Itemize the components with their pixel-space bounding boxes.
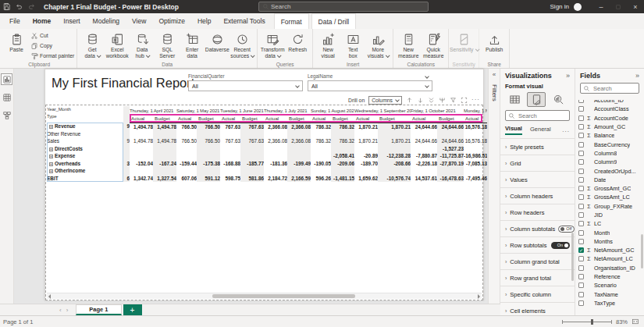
fields-search-input[interactable] (592, 84, 636, 93)
format-section-column-grand-total[interactable]: ›Column grand total (500, 254, 575, 270)
matrix-date-header[interactable]: Tuesday, 1 June 2021 (220, 106, 264, 115)
tab-general[interactable]: General (530, 126, 551, 134)
matrix-cell[interactable]: 767.63 (220, 123, 240, 130)
matrix-cell[interactable]: -190.05 (311, 160, 331, 168)
toggle-off[interactable]: Off (558, 226, 574, 233)
matrix-cell[interactable] (240, 130, 264, 138)
more-options-icon[interactable]: ... (562, 126, 570, 133)
matrix-cell[interactable] (331, 130, 354, 138)
matrix-cell[interactable]: -10,576.74 (378, 175, 411, 183)
field-item-createdorupd-[interactable]: CreatedOrUpd... (575, 166, 644, 175)
matrix-cell[interactable] (220, 130, 240, 138)
matrix-cell[interactable]: 2,184.72 (264, 175, 287, 183)
format-section-values[interactable]: ›Values (500, 172, 575, 188)
field-item-taxtype[interactable]: TaxType (575, 299, 644, 307)
matrix-cell[interactable]: 598.75 (220, 175, 240, 183)
matrix-cell[interactable] (378, 130, 411, 138)
format-section-column-subtotals[interactable]: ›Column subtotalsOff (500, 221, 575, 237)
matrix-cell[interactable] (437, 130, 464, 138)
matrix-cell[interactable]: 1,494.78 (153, 123, 176, 130)
scroll-left-icon[interactable] (48, 294, 51, 299)
matrix-cell[interactable]: 591.12 (197, 175, 220, 183)
matrix-cell[interactable]: 2,366.08 (287, 123, 311, 130)
field-checkbox[interactable] (578, 159, 584, 165)
matrix-cell[interactable]: -181.36 (264, 160, 287, 168)
matrix-cell[interactable] (197, 167, 220, 175)
field-item-netamount-lc[interactable]: ΣNetAmount_LC (575, 254, 644, 263)
matrix-row[interactable]: EBIT61,342.741,327.54607.06591.12598.755… (47, 175, 487, 183)
matrix-cell[interactable]: -1,527.23 (437, 145, 464, 153)
field-item-taxname[interactable]: TaxName (575, 290, 644, 299)
matrix-subheader-actual[interactable]: Actual (264, 115, 287, 123)
matrix-cell[interactable]: -208.66 (378, 160, 411, 168)
new-measure-button[interactable]: Newmeasure (397, 30, 420, 59)
collapse-pane-icon[interactable]: » (566, 72, 570, 80)
titlebar-search-input[interactable] (269, 2, 425, 11)
format-section-row-subtotals[interactable]: ›Row subtotalsOn (500, 237, 575, 254)
model-view-icon[interactable] (1, 109, 12, 121)
matrix-cell[interactable]: 1,659.62 (354, 175, 378, 183)
avatar[interactable] (574, 3, 582, 11)
field-checkbox[interactable] (578, 204, 584, 209)
matrix-cell[interactable]: 596.26 (311, 175, 331, 183)
matrix-cell[interactable]: -159.44 (176, 160, 197, 168)
field-item-date[interactable]: Date (575, 176, 644, 184)
menu-file[interactable]: File (3, 13, 27, 29)
matrix-cell[interactable] (311, 167, 331, 175)
matrix-subheader-actual[interactable]: Actual (130, 115, 153, 123)
matrix-cell[interactable] (287, 130, 311, 138)
format-section-column-headers[interactable]: ›Column headers (500, 188, 575, 204)
menu-format[interactable]: Format (274, 13, 309, 29)
matrix-row[interactable]: +DirectCosts-1,527.23 (47, 145, 487, 153)
matrix-cell[interactable] (153, 130, 176, 138)
matrix-cell[interactable]: -2,226.18 (411, 160, 437, 168)
format-section-row-grand-total[interactable]: ›Row grand total (500, 270, 575, 286)
matrix-cell[interactable]: 1,494.78 (130, 123, 153, 130)
matrix-cell[interactable]: -16,478.63 (437, 175, 464, 183)
close-button[interactable]: × (627, 0, 644, 13)
matrix-cell[interactable] (176, 145, 197, 153)
format-section-grid[interactable]: ›Grid (500, 155, 575, 172)
expand-icon[interactable]: + (49, 162, 53, 166)
matrix-cell[interactable] (197, 152, 220, 160)
zoom-slider-knob[interactable] (591, 319, 593, 325)
format-section-cell-elements[interactable]: ›Cell elements (500, 303, 575, 315)
matrix-date-header[interactable]: Wednesday, 1 September 2021 (354, 106, 411, 115)
menu-modeling[interactable]: Modeling (87, 13, 126, 29)
matrix-cell[interactable]: -16,986.51 (464, 152, 487, 160)
matrix-row[interactable]: Other Revenue (47, 130, 487, 138)
format-visual-icon[interactable] (527, 92, 546, 107)
matrix-cell[interactable]: -1,481.15 (331, 175, 354, 183)
matrix-cell[interactable] (176, 167, 197, 175)
matrix-cell[interactable]: 14,537.61 (411, 175, 437, 183)
excel-workbook-button[interactable]: Excelworkbook (105, 30, 129, 59)
slicer-dropdown[interactable]: All (188, 80, 303, 91)
matrix-cell[interactable]: 1,870.21 (378, 137, 411, 145)
expand-icon[interactable]: + (49, 125, 53, 129)
field-checkbox[interactable] (578, 283, 584, 288)
matrix-cell[interactable] (264, 167, 287, 175)
matrix-subheader-budget[interactable]: Budget (437, 115, 464, 123)
matrix-subheader-budget[interactable]: Budget (153, 115, 176, 123)
matrix-cell[interactable]: -168.88 (220, 160, 240, 168)
scrollbar-thumb[interactable] (641, 234, 643, 268)
matrix-row[interactable]: +OtherIncome (47, 167, 487, 175)
expand-levels-icon[interactable] (439, 97, 446, 104)
matrix-cell[interactable] (354, 167, 378, 175)
field-checkbox[interactable] (578, 265, 584, 271)
field-checkbox[interactable] (578, 100, 584, 103)
matrix-subheader-actual[interactable]: Actual (311, 115, 331, 123)
matrix-subheader-budget[interactable]: Budget (197, 115, 220, 123)
new-page-button[interactable]: + (123, 304, 142, 315)
matrix-cell[interactable]: 766.50 (176, 137, 197, 145)
field-checkbox[interactable] (578, 177, 584, 183)
copy-button[interactable]: Copy (30, 41, 74, 51)
fields-search-box[interactable] (580, 83, 639, 94)
drill-double-down-icon[interactable] (428, 97, 435, 104)
matrix-cell[interactable] (264, 145, 287, 153)
menu-view[interactable]: View (126, 13, 152, 29)
matrix-subheader-actual[interactable]: Actual (411, 115, 437, 123)
field-checkbox[interactable] (578, 133, 584, 138)
matrix-cell[interactable]: 767.63 (220, 137, 240, 145)
matrix-cell[interactable] (153, 145, 176, 153)
